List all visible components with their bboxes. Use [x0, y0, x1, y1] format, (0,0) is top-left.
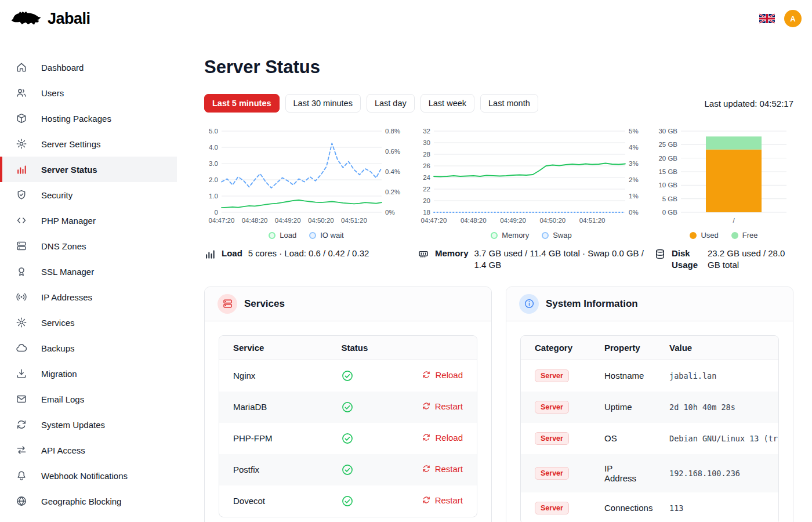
sidebar-item-backups[interactable]: Backups: [0, 335, 177, 361]
legend-memory[interactable]: Memory: [491, 231, 529, 240]
sidebar-item-migration[interactable]: Migration: [0, 361, 177, 386]
sidebar-item-users[interactable]: Users: [0, 80, 177, 106]
sysinfo-card-body: Category Property Value ServerHostnameja…: [506, 321, 793, 522]
range-buttons: Last 5 minutesLast 30 minutesLast dayLas…: [204, 94, 538, 113]
sidebar-item-dashboard[interactable]: Dashboard: [0, 55, 177, 80]
load-chart-legend: LoadIO wait: [204, 231, 408, 240]
sidebar-item-security[interactable]: Security: [0, 182, 177, 208]
certificate-icon: [16, 266, 27, 277]
load-chart: 01.02.03.04.05.00%0.2%0.4%0.6%0.8%04:47:…: [204, 126, 408, 227]
language-flag-uk[interactable]: [759, 13, 775, 24]
cards-row: Services Service Status NginxReloadMaria…: [204, 287, 793, 522]
legend-swatch: [269, 232, 276, 239]
memory-icon: [418, 248, 429, 260]
sysinfo-row-os: ServerOSDebian GNU/Linux 13 (trixie): [521, 423, 778, 454]
status-ok-icon: [341, 369, 390, 382]
svg-text:1.0: 1.0: [209, 193, 218, 200]
svg-text:0 GB: 0 GB: [662, 209, 678, 216]
sidebar-item-label: DNS Zones: [41, 241, 86, 251]
sidebar-item-server-status[interactable]: Server Status: [0, 157, 177, 182]
legend-swatch: [309, 232, 316, 239]
range-button-last-week[interactable]: Last week: [420, 94, 474, 113]
svg-text:5 GB: 5 GB: [662, 195, 678, 202]
sidebar-item-api-access[interactable]: API Access: [0, 437, 177, 463]
disk-icon: [654, 248, 666, 260]
legend-label: Load: [280, 231, 296, 240]
sidebar-item-ssl-manager[interactable]: SSL Manager: [0, 259, 177, 284]
sidebar-item-label: Security: [41, 190, 72, 200]
disk-chart-legend: UsedFree: [654, 231, 793, 240]
svg-text:1%: 1%: [629, 193, 639, 200]
category-badge: Server: [535, 369, 569, 382]
sidebar-item-label: Backups: [41, 343, 75, 353]
top-bar: Jabali A: [0, 0, 812, 37]
sidebar-item-php-manager[interactable]: PHP Manager: [0, 208, 177, 233]
svg-text:26: 26: [423, 162, 430, 169]
sysinfo-property: IP Address: [590, 454, 655, 492]
main-content: Server Status Last 5 minutesLast 30 minu…: [177, 37, 812, 522]
load-summary-label: Load: [222, 248, 242, 259]
sidebar-item-services[interactable]: Services: [0, 310, 177, 335]
sidebar-item-label: Server Status: [41, 165, 97, 175]
svg-text:5.0: 5.0: [209, 128, 218, 135]
services-card-title: Services: [244, 298, 285, 310]
brand: Jabali: [10, 9, 90, 28]
svg-text:04:49:20: 04:49:20: [275, 217, 301, 224]
sysinfo-row-hostname: ServerHostnamejabali.lan: [521, 360, 778, 392]
sidebar-item-hosting-packages[interactable]: Hosting Packages: [0, 106, 177, 131]
sysinfo-value: Debian GNU/Linux 13 (trixie): [655, 423, 778, 454]
service-dovecot-restart-link[interactable]: Restart: [422, 495, 463, 505]
service-mariadb-restart-link[interactable]: Restart: [422, 401, 463, 411]
service-postfix-restart-link[interactable]: Restart: [422, 464, 463, 474]
sidebar-item-system-updates[interactable]: System Updates: [0, 412, 177, 437]
service-php-fpm-reload-link[interactable]: Reload: [422, 433, 463, 443]
sidebar-item-dns-zones[interactable]: DNS Zones: [0, 233, 177, 259]
stack-icon: [16, 240, 27, 252]
load-summary: Load 5 cores · Load: 0.6 / 0.42 / 0.32: [204, 248, 408, 260]
range-button-last-5-minutes[interactable]: Last 5 minutes: [204, 94, 280, 113]
bell-icon: [16, 470, 27, 481]
disk-summary-label: Disk Usage: [672, 248, 702, 271]
service-nginx-reload-link[interactable]: Reload: [422, 370, 463, 380]
svg-text:04:51:20: 04:51:20: [579, 217, 606, 224]
sidebar-item-email-logs[interactable]: Email Logs: [0, 386, 177, 412]
legend-used[interactable]: Used: [690, 231, 718, 240]
category-badge: Server: [535, 502, 569, 514]
sysinfo-col-property: Property: [590, 336, 655, 360]
range-button-last-month[interactable]: Last month: [480, 94, 538, 113]
legend-load[interactable]: Load: [269, 231, 296, 240]
services-table: Service Status NginxReloadMariaDBRestart…: [219, 335, 477, 517]
sysinfo-col-category: Category: [521, 336, 590, 360]
sidebar-item-webhook-notifications[interactable]: Webhook Notifications: [0, 463, 177, 488]
sidebar-item-geographic-blocking[interactable]: Geographic Blocking: [0, 488, 177, 514]
dashboard-icon: [16, 61, 27, 73]
last-updated: Last updated: 04:52:17: [705, 99, 793, 108]
range-button-last-day[interactable]: Last day: [367, 94, 415, 113]
avatar[interactable]: A: [784, 10, 802, 27]
service-name: PHP-FPM: [219, 423, 327, 454]
svg-text:5%: 5%: [629, 128, 639, 135]
sidebar-item-label: SSL Manager: [41, 267, 94, 277]
bars-icon: [16, 164, 27, 175]
header-actions: A: [759, 10, 802, 27]
range-button-last-30-minutes[interactable]: Last 30 minutes: [285, 94, 361, 113]
package-icon: [16, 113, 27, 124]
svg-text:20: 20: [423, 197, 430, 204]
legend-swatch: [690, 232, 697, 239]
services-card: Services Service Status NginxReloadMaria…: [204, 287, 492, 522]
category-badge: Server: [535, 467, 569, 480]
load-chart-block: 01.02.03.04.05.00%0.2%0.4%0.6%0.8%04:47:…: [204, 126, 408, 271]
sysinfo-row-connections: ServerConnections113: [521, 492, 778, 522]
services-card-header: Services: [205, 287, 491, 321]
legend-swap[interactable]: Swap: [542, 231, 572, 240]
sidebar-item-server-settings[interactable]: Server Settings: [0, 131, 177, 157]
sysinfo-value: 2d 10h 40m 28s: [655, 392, 778, 423]
refresh-icon: [422, 370, 431, 379]
sidebar-item-ip-addresses[interactable]: IP Addresses: [0, 284, 177, 310]
legend-free[interactable]: Free: [731, 231, 758, 240]
svg-text:0.4%: 0.4%: [385, 168, 400, 175]
legend-label: Used: [701, 231, 718, 240]
legend-io-wait[interactable]: IO wait: [309, 231, 343, 240]
status-ok-icon: [341, 463, 390, 476]
system-information-card: System Information Category Property Val…: [506, 287, 793, 522]
